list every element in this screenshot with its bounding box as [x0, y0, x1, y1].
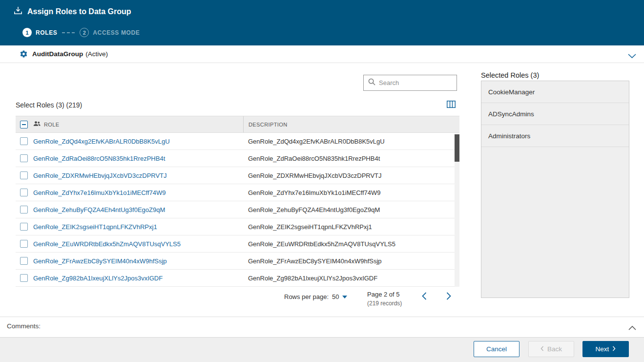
- rows-per-page-label: Rows per page:: [284, 293, 329, 300]
- row-checkbox[interactable]: [20, 137, 28, 145]
- data-group-status: (Active): [85, 50, 108, 58]
- role-description: GenRole_ZEIK2sgseiHT1qpnLFKZVhRPxj1: [243, 218, 459, 235]
- table-row: GenRole_ZehuByFQZA4Eh4ntUg3f0EgoZ9qMGenR…: [16, 201, 459, 218]
- selected-roles-title: Selected Roles (3): [481, 71, 539, 79]
- row-checkbox-cell: [16, 201, 32, 218]
- row-checkbox[interactable]: [20, 206, 28, 213]
- rows-per-page-select[interactable]: 50: [332, 293, 347, 300]
- role-cell: GenRole_ZEuWRDRtbEdkx5hZmAQV8TUsqVYLS5: [32, 235, 243, 252]
- row-checkbox[interactable]: [20, 274, 28, 282]
- role-link[interactable]: GenRole_ZdQd4xg2EfvKABrALR0DbB8K5vLgU: [33, 138, 170, 145]
- row-checkbox[interactable]: [20, 240, 28, 248]
- chevron-left-icon: [540, 345, 544, 353]
- column-header-role[interactable]: ROLE: [32, 116, 243, 132]
- role-link[interactable]: GenRole_Zg982bA1lxeujXLlYs2Jpos3vxIGDF: [33, 275, 163, 282]
- role-cell: GenRole_ZdQd4xg2EfvKABrALR0DbB8K5vLgU: [32, 133, 243, 149]
- role-description: GenRole_ZEuWRDRtbEdkx5hZmAQV8TUsqVYLS5: [243, 235, 459, 252]
- role-description: GenRole_ZehuByFQZA4Eh4ntUg3f0EgoZ9qM: [243, 201, 459, 218]
- next-button[interactable]: Next: [582, 341, 629, 357]
- row-checkbox-cell: [16, 270, 32, 286]
- dialog-title: Assign Roles to Data Group: [27, 7, 131, 16]
- roles-table-body: GenRole_ZdQd4xg2EfvKABrALR0DbB8K5vLgUGen…: [16, 133, 459, 287]
- search-input[interactable]: [379, 79, 452, 86]
- prev-page-button[interactable]: [422, 292, 427, 302]
- users-icon: [33, 121, 41, 128]
- step-1-indicator: 1: [22, 28, 32, 37]
- next-page-button[interactable]: [446, 292, 451, 302]
- row-checkbox[interactable]: [20, 154, 28, 162]
- search-box: [363, 75, 457, 91]
- row-checkbox[interactable]: [20, 257, 28, 265]
- chevron-down-icon[interactable]: [628, 52, 636, 61]
- table-row: GenRole_ZEuWRDRtbEdkx5hZmAQV8TUsqVYLS5Ge…: [16, 235, 459, 253]
- step-connector: [62, 32, 75, 33]
- column-chooser-icon[interactable]: [447, 101, 456, 110]
- row-checkbox[interactable]: [20, 223, 28, 231]
- row-checkbox[interactable]: [20, 171, 28, 179]
- chevron-up-icon[interactable]: [628, 323, 636, 332]
- rows-per-page-value: 50: [332, 293, 339, 300]
- comments-section: Comments:: [0, 317, 644, 337]
- row-checkbox-cell: [16, 133, 32, 149]
- page-info: Page 2 of 5 (219 records): [367, 291, 402, 307]
- role-description: GenRole_ZFrAwzEbC8ySYEIM40n4xW9hfSsjp: [243, 253, 459, 269]
- cancel-label: Cancel: [486, 345, 507, 353]
- table-row: GenRole_ZDXRMwHEbvjqJXcbVD3czDPRVTJGenRo…: [16, 167, 459, 184]
- role-link[interactable]: GenRole_ZEIK2sgseiHT1qpnLFKZVhRPxj1: [33, 223, 157, 231]
- role-link[interactable]: GenRole_ZEuWRDRtbEdkx5hZmAQV8TUsqVYLS5: [33, 240, 181, 248]
- role-cell: GenRole_ZDXRMwHEbvjqJXcbVD3czDPRVTJ: [32, 167, 243, 184]
- page-label: Page 2 of 5: [367, 291, 402, 298]
- step-2-indicator: 2: [80, 28, 89, 37]
- role-link[interactable]: GenRole_ZehuByFQZA4Eh4ntUg3f0EgoZ9qM: [33, 206, 165, 213]
- role-link[interactable]: GenRole_ZFrAwzEbC8ySYEIM40n4xW9hfSsjp: [33, 257, 167, 265]
- row-checkbox-cell: [16, 150, 32, 167]
- step-1-label: ROLES: [36, 29, 57, 36]
- selected-role-item[interactable]: Administrators: [481, 125, 629, 147]
- step-2-label: ACCESS MODE: [93, 29, 140, 36]
- role-description: GenRole_ZdQd4xg2EfvKABrALR0DbB8K5vLgU: [243, 133, 459, 149]
- role-link[interactable]: GenRole_ZdYhx7e16lmuXbYk1o1iMECff74W9: [33, 189, 166, 196]
- row-checkbox-cell: [16, 218, 32, 235]
- role-link[interactable]: GenRole_ZDXRMwHEbvjqJXcbVD3czDPRVTJ: [33, 172, 167, 179]
- role-description: GenRole_ZDXRMwHEbvjqJXcbVD3czDPRVTJ: [243, 167, 459, 184]
- gear-icon: [20, 50, 28, 58]
- selected-role-item[interactable]: ADSyncAdmins: [481, 103, 629, 125]
- table-row: GenRole_ZdYhx7e16lmuXbYk1o1iMECff74W9Gen…: [16, 184, 459, 201]
- dialog-header: Assign Roles to Data Group 1 ROLES 2 ACC…: [0, 0, 644, 45]
- role-cell: GenRole_ZehuByFQZA4Eh4ntUg3f0EgoZ9qM: [32, 201, 243, 218]
- role-link[interactable]: GenRole_ZdRaOei88rcO5N835hk1RrezPHB4t: [33, 155, 165, 162]
- row-checkbox-cell: [16, 235, 32, 252]
- data-group-bar: AuditDataGroup (Active): [0, 45, 644, 63]
- table-row: GenRole_Zg982bA1lxeujXLlYs2Jpos3vxIGDFGe…: [16, 270, 459, 287]
- next-label: Next: [596, 345, 609, 353]
- assign-roles-dialog: Assign Roles to Data Group 1 ROLES 2 ACC…: [0, 0, 644, 362]
- select-all-checkbox[interactable]: [20, 121, 28, 128]
- role-cell: GenRole_ZdRaOei88rcO5N835hk1RrezPHB4t: [32, 150, 243, 167]
- back-button[interactable]: Back: [528, 341, 574, 357]
- chevron-right-icon: [612, 345, 616, 353]
- table-scrollbar[interactable]: [455, 133, 459, 287]
- column-header-label: DESCRIPTION: [249, 122, 288, 128]
- caret-down-icon: [342, 296, 347, 298]
- table-row: GenRole_ZEIK2sgseiHT1qpnLFKZVhRPxj1GenRo…: [16, 218, 459, 235]
- role-cell: GenRole_ZFrAwzEbC8ySYEIM40n4xW9hfSsjp: [32, 253, 243, 269]
- cancel-button[interactable]: Cancel: [474, 341, 519, 357]
- select-all-cell: [16, 116, 32, 132]
- wizard-stepper: 1 ROLES 2 ACCESS MODE: [22, 28, 140, 37]
- selected-role-item[interactable]: CookieManager: [481, 81, 629, 103]
- row-checkbox-cell: [16, 167, 32, 184]
- rows-per-page: Rows per page: 50: [284, 293, 347, 300]
- selected-roles-list: CookieManagerADSyncAdminsAdministrators: [481, 81, 629, 298]
- scrollbar-thumb[interactable]: [455, 134, 459, 162]
- page-title: Assign Roles to Data Group: [14, 6, 131, 17]
- column-header-description[interactable]: DESCRIPTION: [243, 116, 459, 132]
- role-cell: GenRole_Zg982bA1lxeujXLlYs2Jpos3vxIGDF: [32, 270, 243, 286]
- table-row: GenRole_ZdQd4xg2EfvKABrALR0DbB8K5vLgUGen…: [16, 133, 459, 150]
- role-description: GenRole_ZdYhx7e16lmuXbYk1o1iMECff74W9: [243, 184, 459, 201]
- role-description: GenRole_ZdRaOei88rcO5N835hk1RrezPHB4t: [243, 150, 459, 167]
- select-roles-title: Select Roles (3) (219): [16, 101, 82, 109]
- records-count: (219 records): [367, 300, 402, 307]
- row-checkbox-cell: [16, 184, 32, 201]
- row-checkbox[interactable]: [20, 189, 28, 196]
- back-label: Back: [547, 345, 562, 353]
